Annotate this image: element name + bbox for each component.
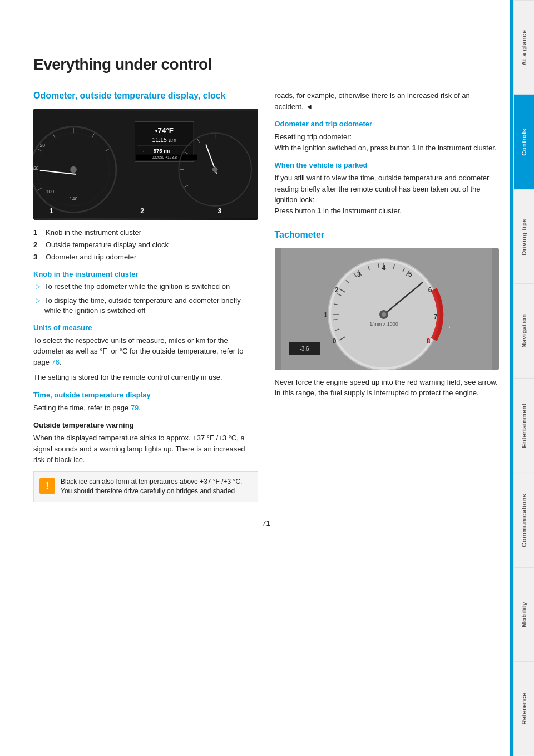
outside-temp-title: Outside temperature warning [33,421,258,429]
svg-text:2: 2 [140,207,144,215]
time-page-link[interactable]: 79 [131,404,139,412]
sidebar-tab-driving-tips[interactable]: Driving tips [514,189,534,284]
knob-bullet-2: ▷ To display the time, outside temperatu… [33,296,258,316]
tachometer-section-title: Tachometer [275,229,500,241]
sidebar-tab-navigation[interactable]: Navigation [514,283,534,378]
instrument-item-3: 3 Odometer and trip odometer [33,252,258,262]
tachometer-body: Never force the engine speed up into the… [275,377,500,399]
sidebar-tab-entertainment[interactable]: Entertainment [514,378,534,473]
odometer-subsection-title: Odometer and trip odometer [275,120,500,128]
svg-text:4: 4 [382,264,386,272]
svg-text:7: 7 [434,313,438,321]
svg-text:8: 8 [427,337,431,345]
svg-text:60: 60 [33,165,39,170]
knob-bullet-1: ▷ To reset the trip odometer while the i… [33,282,258,292]
units-section-title: Units of measure [33,323,258,332]
svg-line-40 [333,320,338,320]
svg-text:20: 20 [40,143,46,148]
svg-text:0: 0 [333,337,337,345]
parked-section-title: When the vehicle is parked [275,161,500,169]
svg-point-31 [212,167,218,173]
outside-temp-body: When the displayed temperature sinks to … [33,433,258,465]
right-column: roads, for example, otherwise there is a… [275,90,500,502]
tachometer-image: 2 1 0 3 4 5 6 7 8 1/min x 1000 [275,248,500,370]
svg-text:575 mi: 575 mi [154,148,170,154]
instrument-image: 20 60 100 140 •74°F 11:15 am [33,109,258,220]
bullet-arrow-icon-2: ▷ [36,296,40,316]
warning-icon: ! [39,478,55,494]
odometer-body: Resetting trip odometer: With the igniti… [275,131,500,153]
svg-text:140: 140 [70,196,78,202]
sidebar: At a glance Controls Driving tips Naviga… [513,0,534,756]
sidebar-tab-controls[interactable]: Controls [514,95,534,189]
svg-text:1/min x 1000: 1/min x 1000 [369,321,398,327]
intro-text: roads, for example, otherwise there is a… [275,90,500,112]
svg-text:•74°F: •74°F [155,126,174,135]
units-page-link[interactable]: 76 [52,358,60,366]
svg-text:1: 1 [324,311,328,319]
svg-text:5: 5 [408,271,412,278]
knob-section-title: Knob in the instrument cluster [33,270,258,278]
svg-text:3: 3 [217,207,221,215]
page-title: Everything under control [33,56,499,73]
instrument-item-2: 2 Outside temperature display and clock [33,240,258,250]
sidebar-tab-at-a-glance[interactable]: At a glance [514,0,534,95]
item-number-2: 2 [33,240,41,250]
svg-text:3: 3 [357,271,361,278]
parked-body: If you still want to view the time, outs… [275,173,500,216]
item-label-3: Odometer and trip odometer [46,252,136,262]
instrument-item-list: 1 Knob in the instrument cluster 2 Outsi… [33,228,258,263]
svg-line-49 [379,263,379,268]
svg-point-15 [70,166,77,173]
odometer-section-title: Odometer, outside temperature display, c… [33,90,258,102]
svg-text:100: 100 [46,189,55,194]
time-body: Setting the time, refer to page 79. [33,402,258,414]
units-body-1: To select the respective units of measur… [33,335,258,368]
svg-text:6: 6 [428,286,432,294]
svg-text:-3.6: -3.6 [300,346,310,352]
units-body-2: The setting is stored for the remote con… [33,372,258,383]
time-section-title: Time, outside temperature display [33,391,258,399]
instrument-item-1: 1 Knob in the instrument cluster [33,228,258,238]
svg-text:2: 2 [335,286,339,294]
item-label-2: Outside temperature display and clock [46,240,169,250]
svg-text:11:15 am: 11:15 am [152,136,176,143]
svg-text:→: → [140,149,145,154]
item-number-3: 3 [33,252,41,262]
page-number: 71 [33,519,499,527]
warning-box: ! Black ice can also form at temperature… [33,471,258,502]
bullet-arrow-icon-1: ▷ [36,282,40,292]
sidebar-tab-reference[interactable]: Reference [514,661,534,756]
sidebar-tab-communications[interactable]: Communications [514,473,534,567]
svg-text:1: 1 [50,207,53,215]
item-number-1: 1 [33,228,41,238]
svg-text:→: → [442,321,452,332]
item-label-1: Knob in the instrument cluster [46,228,141,238]
knob-bullet-list: ▷ To reset the trip odometer while the i… [33,282,258,316]
warning-text: Black ice can also form at temperatures … [61,477,252,496]
left-column: Odometer, outside temperature display, c… [33,90,258,502]
sidebar-tab-mobility[interactable]: Mobility [514,567,534,662]
svg-text:032050 +123.8: 032050 +123.8 [152,155,177,159]
svg-point-66 [382,312,386,317]
